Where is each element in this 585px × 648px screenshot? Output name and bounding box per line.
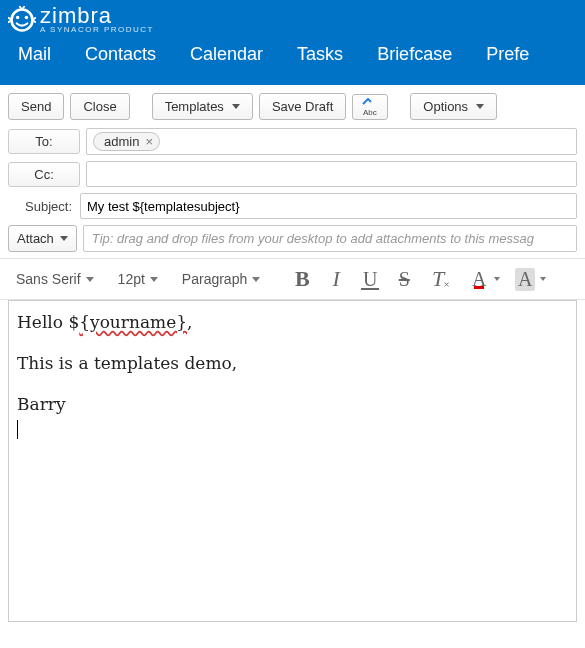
subject-label: Subject: (8, 199, 80, 214)
caret-down-icon (476, 104, 484, 109)
clear-format-button[interactable]: T× (422, 265, 454, 293)
templates-label: Templates (165, 99, 224, 114)
font-size-label: 12pt (118, 271, 145, 287)
attach-button[interactable]: Attach (8, 225, 77, 252)
body-line-3: Barry (17, 393, 568, 416)
tab-tasks[interactable]: Tasks (297, 44, 343, 65)
font-family-label: Sans Serif (16, 271, 81, 287)
body-line-1: Hello ${yourname}, (17, 311, 568, 334)
bold-button[interactable]: B (286, 265, 318, 293)
message-body[interactable]: Hello ${yourname}, This is a templates d… (8, 300, 577, 622)
bg-color-button[interactable]: A (512, 265, 538, 293)
logo: zimbra A SYNACOR PRODUCT (0, 0, 585, 36)
nav-tabs: Mail Contacts Calendar Tasks Briefcase P… (0, 36, 585, 65)
svg-point-1 (16, 16, 20, 20)
font-size-select[interactable]: 12pt (112, 267, 164, 291)
text-cursor (17, 420, 18, 439)
strikethrough-button[interactable]: S (388, 265, 420, 293)
body-text: Hello $ (17, 312, 79, 332)
tab-calendar[interactable]: Calendar (190, 44, 263, 65)
caret-down-icon (252, 277, 260, 282)
logo-text: zimbra (40, 6, 154, 26)
zimbra-logo-icon (8, 6, 36, 34)
templates-button[interactable]: Templates (152, 93, 253, 120)
caret-down-icon[interactable] (494, 277, 500, 281)
to-button[interactable]: To: (8, 129, 80, 154)
caret-down-icon (86, 277, 94, 282)
save-draft-button[interactable]: Save Draft (259, 93, 346, 120)
tab-briefcase[interactable]: Briefcase (377, 44, 452, 65)
tab-mail[interactable]: Mail (18, 44, 51, 65)
svg-point-0 (12, 10, 33, 31)
options-label: Options (423, 99, 468, 114)
svg-point-2 (25, 16, 29, 20)
tab-preferences[interactable]: Prefe (486, 44, 529, 65)
svg-text:Abc: Abc (363, 108, 377, 116)
font-family-select[interactable]: Sans Serif (10, 267, 100, 291)
paragraph-select[interactable]: Paragraph (176, 267, 266, 291)
compose-toolbar: Send Close Templates Save Draft Abc Opti… (0, 85, 585, 128)
attach-label: Attach (17, 231, 54, 246)
send-button[interactable]: Send (8, 93, 64, 120)
text-color-button[interactable]: A (466, 265, 492, 293)
body-text: , (187, 312, 192, 332)
spellcheck-icon: Abc (361, 98, 379, 116)
logo-subtext: A SYNACOR PRODUCT (40, 25, 154, 34)
tab-contacts[interactable]: Contacts (85, 44, 156, 65)
body-placeholder: {yourname} (79, 312, 187, 332)
cc-field[interactable] (86, 161, 577, 187)
options-button[interactable]: Options (410, 93, 497, 120)
underline-button[interactable]: U (354, 265, 386, 293)
cc-button[interactable]: Cc: (8, 162, 80, 187)
spellcheck-button[interactable]: Abc (352, 94, 388, 120)
italic-button[interactable]: I (320, 265, 352, 293)
close-button[interactable]: Close (70, 93, 129, 120)
recipient-chip-label: admin (104, 134, 139, 149)
attach-hint[interactable]: Tip: drag and drop files from your deskt… (83, 225, 577, 252)
body-line-2: This is a templates demo, (17, 352, 568, 375)
to-field[interactable]: admin × (86, 128, 577, 155)
send-label: Send (21, 99, 51, 114)
compose-fields: To: admin × Cc: Subject: (0, 128, 585, 219)
paragraph-label: Paragraph (182, 271, 247, 287)
save-draft-label: Save Draft (272, 99, 333, 114)
app-header: zimbra A SYNACOR PRODUCT Mail Contacts C… (0, 0, 585, 85)
caret-down-icon[interactable] (540, 277, 546, 281)
chip-remove-icon[interactable]: × (145, 134, 153, 149)
caret-down-icon (60, 236, 68, 241)
recipient-chip[interactable]: admin × (93, 132, 160, 151)
subject-input[interactable] (80, 193, 577, 219)
close-label: Close (83, 99, 116, 114)
caret-down-icon (232, 104, 240, 109)
editor-toolbar: Sans Serif 12pt Paragraph B I U S T× A A (0, 258, 585, 300)
caret-down-icon (150, 277, 158, 282)
